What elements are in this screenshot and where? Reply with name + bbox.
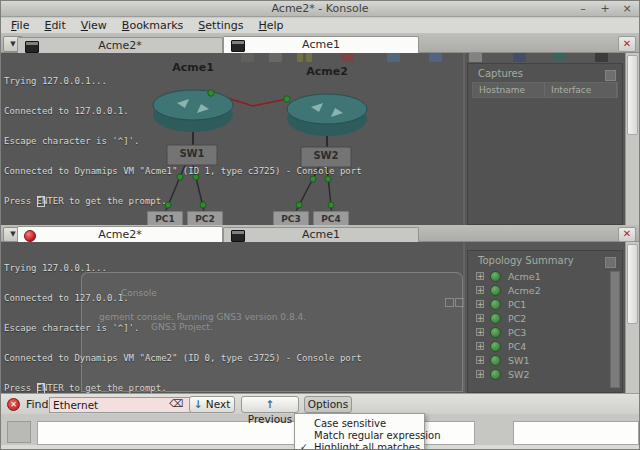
node-status-icon [490, 313, 501, 324]
gns3-corner-box [7, 421, 31, 443]
menu-item-match-regex[interactable]: Match regular expression [295, 430, 424, 441]
menu-item-label: Case sensitive [314, 418, 386, 429]
terminal-line: Escape character is '^]'. [4, 323, 427, 333]
dock-separator [463, 53, 465, 225]
button-label: Options [308, 398, 349, 410]
tab-label: Acme1 [224, 228, 418, 241]
konsole-window: Acme2* - Konsole – + × File Edit View Bo… [0, 0, 640, 450]
tab-close-button[interactable]: ✕ [618, 227, 636, 242]
tree-item-label: Acme1 [508, 271, 541, 282]
menu-item-case-sensitive[interactable]: Case sensitive [295, 418, 424, 429]
terminal-line: Escape character is '^]'. [4, 136, 427, 146]
panel-scrollbar[interactable] [610, 271, 620, 388]
terminal-icon [231, 40, 245, 52]
maximize-icon[interactable]: + [599, 1, 611, 17]
minimize-icon[interactable]: – [577, 1, 589, 17]
node-status-icon [490, 327, 501, 338]
tab-acme1-top[interactable]: Acme1 [223, 36, 419, 53]
button-label: Previous [248, 413, 292, 425]
scrollbar-thumb[interactable] [627, 244, 638, 324]
tree-item-label: SW2 [508, 369, 529, 380]
tree-item-pc4[interactable]: + PC4 [468, 339, 622, 353]
terminal-pane-acme2[interactable]: Console gement console. Running GNS3 ver… [1, 242, 639, 393]
tree-item-acme1[interactable]: + Acme1 [468, 269, 622, 283]
close-icon: ✕ [623, 38, 631, 49]
find-previous-button[interactable]: ↑ Previous [241, 396, 299, 413]
expand-icon[interactable]: + [476, 356, 484, 364]
close-icon: ✕ [623, 228, 631, 239]
find-next-button[interactable]: ↓ Next [189, 396, 235, 413]
scrollbar[interactable] [625, 53, 639, 225]
tree-item-sw2[interactable]: + SW2 [468, 367, 622, 381]
captures-panel: Captures Hostname Interface [467, 63, 623, 225]
activity-indicator-icon [24, 230, 36, 242]
scrollbar[interactable] [625, 242, 639, 393]
terminal-icon [25, 41, 39, 53]
menu-file[interactable]: File [11, 19, 29, 32]
terminal-line: Connected to Dynamips VM "Acme2" (ID 0, … [4, 353, 427, 363]
tab-label: Acme1 [224, 37, 418, 52]
expand-icon[interactable]: + [476, 328, 484, 336]
terminal-output-acme1: Trying 127.0.0.1... Connected to 127.0.0… [4, 56, 427, 225]
tree-item-label: PC1 [508, 299, 526, 310]
find-options-button[interactable]: Options ▾ [304, 396, 352, 413]
node-status-icon [490, 369, 501, 380]
panel-config-icon[interactable] [605, 70, 616, 81]
menu-edit[interactable]: Edit [44, 19, 65, 32]
tree-item-label: Acme2 [508, 285, 541, 296]
terminal-line: Connected to Dynamips VM "Acme1" (ID 1, … [4, 166, 427, 176]
terminal-cursor [37, 196, 45, 207]
terminal-line: Trying 127.0.0.1... [4, 76, 427, 86]
tree-item-pc2[interactable]: + PC2 [468, 311, 622, 325]
column-interface[interactable]: Interface [545, 83, 617, 97]
node-status-icon [490, 285, 501, 296]
tree-item-sw1[interactable]: + SW1 [468, 353, 622, 367]
find-close-button[interactable]: ✕ [7, 398, 20, 411]
node-status-icon [490, 271, 501, 282]
terminal-line: Connected to 127.0.0.1. [4, 293, 427, 303]
menu-bookmarks[interactable]: Bookmarks [122, 19, 183, 32]
tree-item-acme2[interactable]: + Acme2 [468, 283, 622, 297]
menu-view[interactable]: View [81, 19, 107, 32]
tree-item-label: PC2 [508, 313, 526, 324]
menu-bar: File Edit View Bookmarks Settings Help [1, 18, 639, 34]
close-icon[interactable]: × [621, 1, 633, 17]
tree-item-label: SW1 [508, 355, 529, 366]
tab-label: Acme2* [18, 227, 222, 242]
terminal-line: Press ENTER to get the prompt. [4, 383, 427, 393]
expand-icon[interactable]: + [476, 300, 484, 308]
tree-item-pc1[interactable]: + PC1 [468, 297, 622, 311]
find-bar: ✕ Find: ⌫ ↓ Next ↑ Previous Options ▾ [1, 393, 639, 414]
column-hostname[interactable]: Hostname [473, 83, 545, 97]
terminal-output-acme2: Trying 127.0.0.1... Connected to 127.0.0… [4, 243, 427, 393]
scrollbar-thumb[interactable] [627, 55, 638, 135]
expand-icon[interactable]: + [476, 314, 484, 322]
close-icon: ✕ [10, 400, 17, 409]
expand-icon[interactable]: + [476, 342, 484, 350]
tab-acme2-top[interactable]: Acme2* [17, 37, 223, 53]
menu-item-label: Match regular expression [314, 430, 441, 441]
tree-item-pc3[interactable]: + PC3 [468, 325, 622, 339]
terminal-line: Trying 127.0.0.1... [4, 263, 427, 273]
expand-icon[interactable]: + [476, 272, 484, 280]
menu-help[interactable]: Help [258, 19, 283, 32]
terminal-cursor [37, 383, 45, 393]
gns3-console-input [513, 421, 639, 445]
expand-icon[interactable]: + [476, 286, 484, 294]
window-controls: – + × [577, 1, 633, 17]
tab-close-button[interactable]: ✕ [618, 36, 636, 52]
captures-panel-title: Captures [468, 64, 622, 82]
menu-item-highlight-all[interactable]: ✓ Highlight all matches [295, 442, 424, 450]
terminal-line: Press ENTER to get the prompt. [4, 196, 427, 206]
terminal-pane-acme1[interactable]: Acme1 Acme2 SW1 SW2 PC1 PC2 PC3 PC4 Capt… [1, 53, 639, 225]
menu-settings[interactable]: Settings [198, 19, 243, 32]
panel-config-icon[interactable] [605, 257, 616, 268]
menu-item-label: Highlight all matches [314, 442, 420, 450]
tab-acme2-bottom[interactable]: Acme2* [17, 226, 223, 242]
tab-acme1-bottom[interactable]: Acme1 [223, 227, 419, 242]
clear-input-icon[interactable]: ⌫ [169, 398, 183, 409]
chevron-down-icon: ▼ [10, 40, 15, 48]
chevron-down-icon: ▼ [10, 230, 15, 238]
window-titlebar[interactable]: Acme2* - Konsole – + × [1, 1, 639, 17]
expand-icon[interactable]: + [476, 370, 484, 378]
